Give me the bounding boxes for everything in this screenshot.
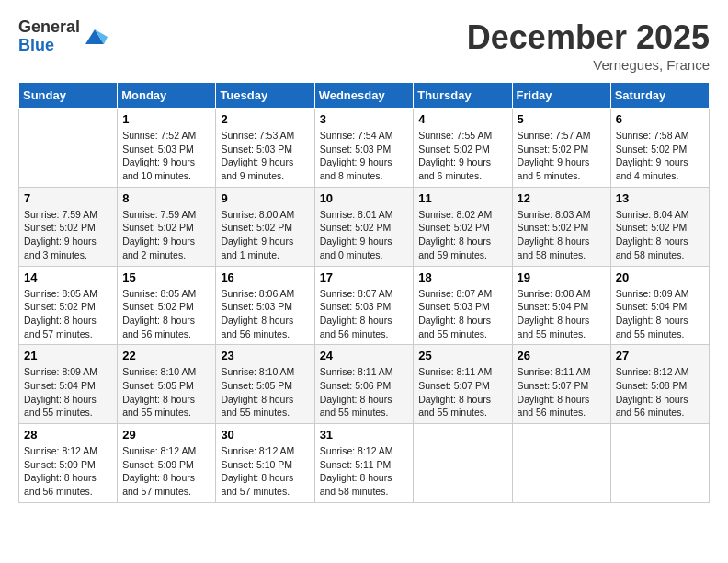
logo-blue-text: Blue — [18, 37, 80, 55]
day-number: 17 — [320, 270, 409, 284]
cell-data: Sunrise: 8:07 AM Sunset: 5:03 PM Dayligh… — [320, 287, 409, 341]
day-number: 27 — [616, 349, 704, 362]
cell-data: Sunrise: 8:00 AM Sunset: 5:02 PM Dayligh… — [221, 208, 309, 262]
cell-data: Sunrise: 8:12 AM Sunset: 5:10 PM Dayligh… — [221, 444, 309, 499]
calendar-cell: 4Sunrise: 7:55 AM Sunset: 5:02 PM Daylig… — [414, 109, 512, 188]
cell-data: Sunrise: 8:11 AM Sunset: 5:07 PM Dayligh… — [418, 365, 506, 419]
day-number: 24 — [320, 349, 409, 362]
column-header-tuesday: Tuesday — [216, 83, 314, 109]
calendar-cell: 21Sunrise: 8:09 AM Sunset: 5:04 PM Dayli… — [19, 345, 118, 424]
calendar-cell: 14Sunrise: 8:05 AM Sunset: 5:02 PM Dayli… — [19, 266, 118, 345]
cell-data: Sunrise: 7:55 AM Sunset: 5:02 PM Dayligh… — [418, 129, 506, 183]
title-block: December 2025 Vernegues, France — [467, 18, 710, 73]
day-number: 26 — [518, 349, 606, 362]
calendar-cell: 1Sunrise: 7:52 AM Sunset: 5:03 PM Daylig… — [118, 109, 216, 188]
calendar-cell: 26Sunrise: 8:11 AM Sunset: 5:07 PM Dayli… — [512, 345, 610, 424]
day-number: 3 — [320, 112, 409, 126]
cell-data: Sunrise: 8:06 AM Sunset: 5:03 PM Dayligh… — [221, 287, 309, 341]
logo: General Blue — [18, 18, 108, 55]
column-header-thursday: Thursday — [414, 83, 512, 109]
day-number: 7 — [24, 191, 112, 205]
calendar-cell: 30Sunrise: 8:12 AM Sunset: 5:10 PM Dayli… — [216, 424, 314, 503]
cell-data: Sunrise: 8:02 AM Sunset: 5:02 PM Dayligh… — [418, 208, 506, 262]
calendar-cell: 13Sunrise: 8:04 AM Sunset: 5:02 PM Dayli… — [610, 187, 709, 266]
day-number: 28 — [24, 428, 112, 442]
calendar-cell: 23Sunrise: 8:10 AM Sunset: 5:05 PM Dayli… — [216, 345, 314, 424]
cell-data: Sunrise: 8:12 AM Sunset: 5:09 PM Dayligh… — [122, 444, 210, 499]
day-number: 25 — [418, 349, 506, 362]
day-number: 14 — [24, 270, 112, 284]
day-number: 23 — [221, 349, 309, 362]
cell-data: Sunrise: 8:12 AM Sunset: 5:08 PM Dayligh… — [616, 365, 704, 419]
week-row-5: 28Sunrise: 8:12 AM Sunset: 5:09 PM Dayli… — [19, 424, 710, 503]
month-title: December 2025 — [467, 18, 710, 57]
calendar-cell: 28Sunrise: 8:12 AM Sunset: 5:09 PM Dayli… — [19, 424, 118, 503]
cell-data: Sunrise: 8:11 AM Sunset: 5:06 PM Dayligh… — [320, 365, 409, 419]
cell-data: Sunrise: 8:04 AM Sunset: 5:02 PM Dayligh… — [616, 208, 704, 262]
day-number: 12 — [518, 191, 606, 205]
day-number: 15 — [122, 270, 210, 284]
cell-data: Sunrise: 8:05 AM Sunset: 5:02 PM Dayligh… — [122, 287, 210, 341]
day-number: 10 — [320, 191, 409, 205]
calendar-cell — [414, 424, 512, 503]
day-number: 31 — [320, 428, 409, 442]
location: Vernegues, France — [467, 57, 710, 73]
calendar-cell: 25Sunrise: 8:11 AM Sunset: 5:07 PM Dayli… — [414, 345, 512, 424]
calendar-cell: 9Sunrise: 8:00 AM Sunset: 5:02 PM Daylig… — [216, 187, 314, 266]
calendar-cell: 31Sunrise: 8:12 AM Sunset: 5:11 PM Dayli… — [314, 424, 414, 503]
cell-data: Sunrise: 7:58 AM Sunset: 5:02 PM Dayligh… — [616, 129, 704, 183]
cell-data: Sunrise: 7:53 AM Sunset: 5:03 PM Dayligh… — [221, 129, 309, 183]
cell-data: Sunrise: 8:09 AM Sunset: 5:04 PM Dayligh… — [24, 365, 112, 419]
cell-data: Sunrise: 8:09 AM Sunset: 5:04 PM Dayligh… — [616, 287, 704, 341]
day-number: 6 — [616, 112, 704, 126]
calendar-cell: 18Sunrise: 8:07 AM Sunset: 5:03 PM Dayli… — [414, 266, 512, 345]
cell-data: Sunrise: 7:59 AM Sunset: 5:02 PM Dayligh… — [24, 208, 112, 262]
day-number: 16 — [221, 270, 309, 284]
calendar-cell: 6Sunrise: 7:58 AM Sunset: 5:02 PM Daylig… — [610, 109, 709, 188]
day-number: 5 — [518, 112, 606, 126]
day-number: 1 — [122, 112, 210, 126]
column-header-saturday: Saturday — [610, 83, 709, 109]
column-header-sunday: Sunday — [19, 83, 118, 109]
calendar-cell: 17Sunrise: 8:07 AM Sunset: 5:03 PM Dayli… — [314, 266, 414, 345]
calendar-cell: 20Sunrise: 8:09 AM Sunset: 5:04 PM Dayli… — [610, 266, 709, 345]
calendar-cell: 10Sunrise: 8:01 AM Sunset: 5:02 PM Dayli… — [314, 187, 414, 266]
week-row-1: 1Sunrise: 7:52 AM Sunset: 5:03 PM Daylig… — [19, 109, 710, 188]
calendar-cell: 11Sunrise: 8:02 AM Sunset: 5:02 PM Dayli… — [414, 187, 512, 266]
calendar-cell: 16Sunrise: 8:06 AM Sunset: 5:03 PM Dayli… — [216, 266, 314, 345]
calendar-cell — [512, 424, 610, 503]
calendar-cell: 2Sunrise: 7:53 AM Sunset: 5:03 PM Daylig… — [216, 109, 314, 188]
cell-data: Sunrise: 7:54 AM Sunset: 5:03 PM Dayligh… — [320, 129, 409, 183]
day-number: 9 — [221, 191, 309, 205]
column-header-monday: Monday — [118, 83, 216, 109]
cell-data: Sunrise: 8:03 AM Sunset: 5:02 PM Dayligh… — [518, 208, 606, 262]
cell-data: Sunrise: 8:05 AM Sunset: 5:02 PM Dayligh… — [24, 287, 112, 341]
day-number: 22 — [122, 349, 210, 362]
calendar-cell: 15Sunrise: 8:05 AM Sunset: 5:02 PM Dayli… — [118, 266, 216, 345]
cell-data: Sunrise: 8:11 AM Sunset: 5:07 PM Dayligh… — [518, 365, 606, 419]
calendar-cell: 3Sunrise: 7:54 AM Sunset: 5:03 PM Daylig… — [314, 109, 414, 188]
logo-general-text: General — [18, 18, 80, 37]
calendar-cell: 19Sunrise: 8:08 AM Sunset: 5:04 PM Dayli… — [512, 266, 610, 345]
day-number: 21 — [24, 349, 112, 362]
calendar-cell: 7Sunrise: 7:59 AM Sunset: 5:02 PM Daylig… — [19, 187, 118, 266]
cell-data: Sunrise: 8:01 AM Sunset: 5:02 PM Dayligh… — [320, 208, 409, 262]
cell-data: Sunrise: 7:52 AM Sunset: 5:03 PM Dayligh… — [122, 129, 210, 183]
calendar-cell: 12Sunrise: 8:03 AM Sunset: 5:02 PM Dayli… — [512, 187, 610, 266]
calendar-cell: 8Sunrise: 7:59 AM Sunset: 5:02 PM Daylig… — [118, 187, 216, 266]
day-number: 20 — [616, 270, 704, 284]
calendar-header-row: SundayMondayTuesdayWednesdayThursdayFrid… — [19, 83, 710, 109]
cell-data: Sunrise: 8:10 AM Sunset: 5:05 PM Dayligh… — [122, 365, 210, 419]
week-row-2: 7Sunrise: 7:59 AM Sunset: 5:02 PM Daylig… — [19, 187, 710, 266]
cell-data: Sunrise: 8:07 AM Sunset: 5:03 PM Dayligh… — [418, 287, 506, 341]
calendar-cell: 27Sunrise: 8:12 AM Sunset: 5:08 PM Dayli… — [610, 345, 709, 424]
calendar-cell: 22Sunrise: 8:10 AM Sunset: 5:05 PM Dayli… — [118, 345, 216, 424]
cell-data: Sunrise: 7:57 AM Sunset: 5:02 PM Dayligh… — [518, 129, 606, 183]
calendar-cell: 29Sunrise: 8:12 AM Sunset: 5:09 PM Dayli… — [118, 424, 216, 503]
logo-icon — [82, 24, 108, 50]
column-header-wednesday: Wednesday — [314, 83, 414, 109]
week-row-3: 14Sunrise: 8:05 AM Sunset: 5:02 PM Dayli… — [19, 266, 710, 345]
calendar-cell — [19, 109, 118, 188]
day-number: 2 — [221, 112, 309, 126]
calendar-cell: 24Sunrise: 8:11 AM Sunset: 5:06 PM Dayli… — [314, 345, 414, 424]
